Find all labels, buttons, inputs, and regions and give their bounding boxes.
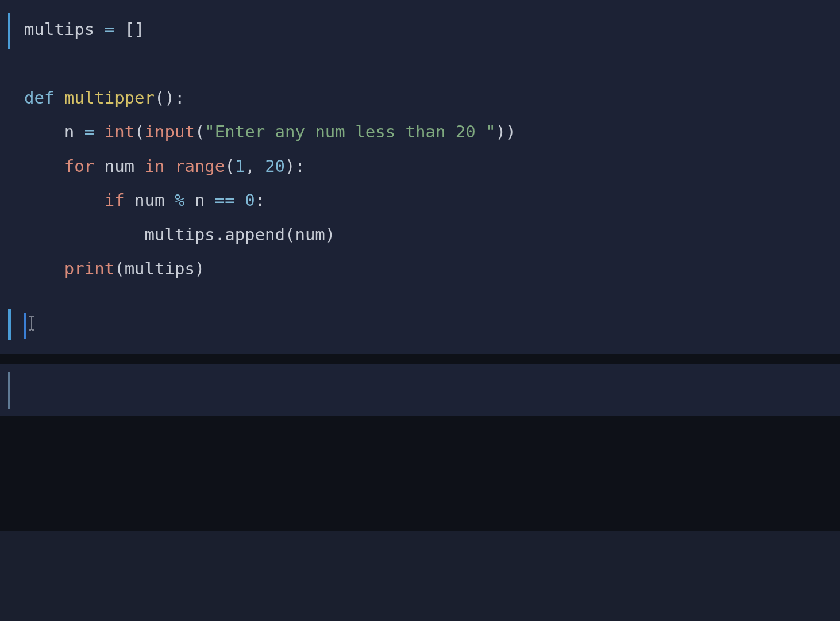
cell-execution-marker — [8, 372, 10, 409]
token-paren: ( — [114, 259, 124, 278]
token-operator: = — [105, 20, 114, 39]
token-operator: = — [84, 122, 94, 141]
code-line[interactable]: print(multips) — [24, 252, 840, 286]
token-variable: num — [295, 225, 325, 244]
text-cursor — [24, 313, 26, 339]
token-paren: ( — [195, 122, 205, 141]
token-variable: multips — [24, 20, 94, 39]
token-number: 0 — [245, 190, 255, 210]
token-variable: num — [134, 190, 164, 210]
ibeam-cursor-icon — [28, 315, 36, 331]
token-dot: . — [215, 225, 225, 244]
code-line[interactable]: multips = [] — [24, 13, 840, 47]
code-line-blank[interactable] — [24, 47, 840, 80]
bottom-area — [0, 416, 840, 531]
token-paren: ( — [285, 225, 295, 244]
code-line[interactable]: def multipper(): — [24, 81, 840, 115]
token-colon: : — [255, 190, 265, 210]
token-builtin-range: range — [175, 156, 225, 176]
code-line[interactable]: multips.append(num) — [24, 218, 840, 252]
token-operator-mod: % — [175, 190, 184, 210]
token-builtin-int: int — [105, 122, 134, 141]
token-operator-eq: == — [215, 190, 235, 210]
token-number: 20 — [265, 156, 285, 176]
token-builtin-print: print — [64, 259, 114, 278]
code-line[interactable]: n = int(input("Enter any num less than 2… — [24, 115, 840, 149]
code-line[interactable]: if num % n == 0: — [24, 183, 840, 217]
token-parens: (): — [155, 88, 184, 108]
token-method-append: append — [225, 225, 285, 244]
token-variable: multips — [145, 225, 215, 244]
active-code-cell[interactable] — [0, 299, 840, 354]
token-keyword-in: in — [145, 156, 165, 176]
token-builtin-input: input — [145, 122, 195, 141]
cell-execution-marker — [8, 13, 10, 49]
token-paren: ( — [225, 156, 234, 176]
token-paren: ): — [285, 156, 305, 176]
token-variable: n — [64, 122, 74, 141]
code-line[interactable]: for num in range(1, 20): — [24, 150, 840, 183]
token-paren: ) — [195, 259, 205, 278]
token-paren: )) — [496, 122, 516, 141]
token-keyword-def: def — [24, 88, 54, 108]
cell-separator — [0, 354, 840, 364]
token-brackets: [] — [125, 20, 145, 39]
token-paren: ( — [134, 122, 144, 141]
token-keyword-if: if — [105, 190, 125, 210]
token-keyword-for: for — [64, 156, 94, 176]
token-variable: num — [105, 156, 134, 176]
token-number: 1 — [235, 156, 245, 176]
token-comma: , — [245, 156, 255, 176]
token-paren: ) — [325, 225, 335, 244]
cell-execution-marker — [8, 309, 11, 340]
token-variable: multips — [125, 259, 195, 278]
code-cell-1[interactable]: multips = [] def multipper(): n = int(in… — [0, 0, 840, 299]
token-function-name: multipper — [64, 88, 155, 108]
token-string: "Enter any num less than 20 " — [205, 122, 495, 141]
empty-code-cell[interactable] — [0, 364, 840, 416]
token-variable: n — [195, 190, 205, 210]
